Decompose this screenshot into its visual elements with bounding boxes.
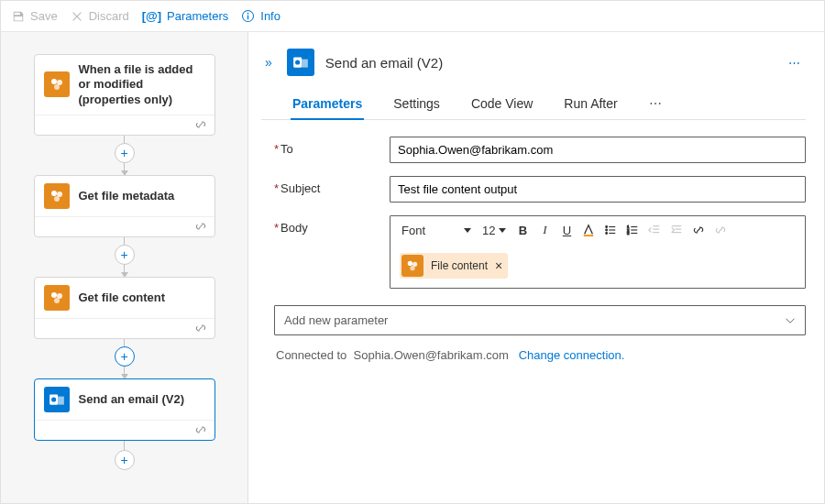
outdent-button[interactable]: [644, 219, 666, 241]
tab-run-after[interactable]: Run After: [562, 89, 619, 119]
add-parameter-dropdown[interactable]: Add new parameter: [274, 305, 806, 335]
panel-title: Send an email (V2): [325, 55, 774, 71]
font-size-select[interactable]: 12: [477, 221, 512, 240]
svg-point-37: [410, 266, 414, 270]
info-label: Info: [260, 9, 280, 23]
tab-code-view[interactable]: Code View: [469, 89, 534, 119]
flow-step-label: Get file metadata: [79, 189, 175, 203]
flow-step-label: When a file is added or modified (proper…: [79, 62, 205, 107]
save-label: Save: [30, 9, 58, 23]
panel-more-menu[interactable]: ⋯: [785, 56, 806, 70]
text-color-button[interactable]: [578, 219, 600, 241]
add-step-button[interactable]: +: [115, 346, 135, 367]
svg-point-17: [606, 226, 608, 228]
flow-step-label: Get file content: [79, 290, 166, 305]
discard-button[interactable]: Discard: [71, 9, 129, 23]
flow-step-get-metadata[interactable]: Get file metadata: [34, 175, 215, 237]
svg-point-21: [606, 233, 608, 235]
tab-settings[interactable]: Settings: [391, 89, 442, 119]
flow-step-get-content[interactable]: Get file content: [34, 277, 215, 339]
sharepoint-icon: [44, 71, 70, 97]
underline-button[interactable]: U: [556, 219, 578, 241]
svg-text:3: 3: [627, 231, 630, 236]
svg-point-19: [606, 229, 608, 231]
svg-point-35: [408, 261, 412, 266]
svg-point-7: [57, 192, 62, 197]
workflow-canvas: When a file is added or modified (proper…: [1, 32, 248, 503]
indent-button[interactable]: [666, 219, 688, 241]
subject-field[interactable]: [390, 176, 806, 203]
collapse-panel-icon[interactable]: »: [261, 51, 276, 73]
connection-status: Connected to Sophia.Owen@fabrikam.com Ch…: [274, 348, 806, 362]
font-select[interactable]: Font: [396, 221, 477, 240]
body-editor[interactable]: Font 12 B I U 123: [390, 215, 806, 289]
rte-toolbar: Font 12 B I U 123: [390, 216, 805, 244]
flow-step-trigger[interactable]: When a file is added or modified (proper…: [34, 54, 215, 136]
chevron-down-icon: [464, 228, 471, 233]
bullet-list-button[interactable]: [600, 219, 622, 241]
body-content-area[interactable]: File content ×: [390, 244, 805, 288]
panel-header: » Send an email (V2) ⋯: [261, 49, 806, 76]
svg-point-11: [54, 298, 60, 303]
parameters-button[interactable]: [@] Parameters: [142, 9, 229, 23]
sharepoint-icon: [44, 285, 70, 311]
italic-button[interactable]: I: [534, 219, 556, 241]
discard-label: Discard: [89, 9, 129, 23]
connection-icon: [194, 220, 207, 233]
svg-point-5: [54, 84, 60, 90]
toolbar: Save Discard [@] Parameters Info: [1, 1, 824, 32]
number-list-button[interactable]: 123: [622, 219, 644, 241]
save-button[interactable]: Save: [12, 9, 58, 23]
outlook-icon: [287, 49, 314, 76]
connection-icon: [194, 118, 207, 131]
token-label: File content: [431, 259, 488, 272]
svg-point-13: [51, 397, 56, 401]
to-field[interactable]: [390, 137, 806, 163]
flow-step-label: Send an email (V2): [79, 392, 185, 407]
body-label: *Body: [274, 215, 384, 235]
svg-rect-16: [584, 235, 594, 236]
connection-icon: [194, 322, 207, 334]
add-parameter-label: Add new parameter: [284, 313, 388, 327]
info-button[interactable]: Info: [241, 9, 280, 23]
svg-point-10: [57, 293, 62, 299]
parameters-label: Parameters: [167, 9, 228, 23]
sharepoint-icon: [44, 183, 70, 209]
connection-icon: [194, 423, 207, 436]
details-panel: » Send an email (V2) ⋯ Parameters Settin…: [248, 32, 824, 503]
chevron-down-icon: [499, 228, 506, 233]
svg-point-3: [51, 79, 57, 84]
outlook-icon: [44, 387, 70, 412]
svg-point-1: [248, 13, 249, 15]
svg-point-9: [51, 292, 57, 298]
bold-button[interactable]: B: [512, 219, 534, 241]
chevron-down-icon: [785, 315, 796, 326]
parameters-icon: [@]: [142, 9, 161, 23]
insert-link-button[interactable]: [688, 219, 710, 241]
dynamic-content-token[interactable]: File content ×: [400, 253, 508, 279]
svg-point-15: [295, 60, 300, 64]
tab-parameters[interactable]: Parameters: [291, 89, 364, 119]
sharepoint-icon: [402, 255, 424, 277]
svg-point-36: [412, 262, 417, 267]
svg-rect-2: [248, 16, 248, 20]
add-step-button[interactable]: +: [115, 245, 135, 265]
svg-point-8: [54, 196, 60, 202]
add-step-button[interactable]: +: [115, 450, 135, 470]
svg-point-6: [51, 191, 57, 196]
add-step-button[interactable]: +: [115, 143, 135, 163]
panel-tabs: Parameters Settings Code View Run After …: [261, 89, 806, 120]
discard-icon: [71, 10, 83, 23]
flow-step-send-email[interactable]: Send an email (V2): [34, 378, 215, 441]
save-icon: [12, 10, 25, 23]
remove-link-button[interactable]: [710, 219, 732, 241]
token-remove-icon[interactable]: ×: [495, 258, 502, 273]
info-icon: [241, 9, 255, 23]
tab-overflow[interactable]: ⋯: [647, 89, 664, 119]
svg-point-4: [57, 80, 62, 85]
to-label: *To: [274, 137, 384, 156]
subject-label: *Subject: [274, 176, 384, 195]
change-connection-link[interactable]: Change connection.: [519, 348, 625, 362]
